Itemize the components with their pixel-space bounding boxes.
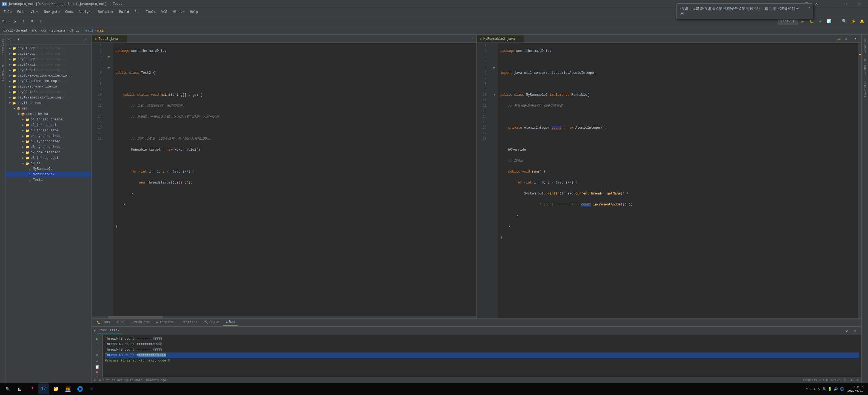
tab-myrunnable2-close[interactable]: ✕ xyxy=(517,37,520,41)
sidebar-item-d2[interactable]: ▶ 📁 d2_thread_api xyxy=(5,122,92,128)
tab-run[interactable]: ▶ Run xyxy=(223,319,238,326)
scroll-down-btn[interactable]: ▼ xyxy=(851,35,859,43)
run-play-btn[interactable]: ▶ xyxy=(93,337,101,341)
run-close-btn[interactable]: ✕ xyxy=(851,327,859,335)
tab-build[interactable]: 🔨 Build xyxy=(202,319,222,325)
toolbar-icon-3[interactable]: ↕ xyxy=(20,18,27,25)
sidebar-item-d5[interactable]: ▶ 📁 d5_synchronized_ xyxy=(5,139,92,144)
breadcrumb-day11[interactable]: day11-thread xyxy=(3,29,27,33)
sidebar-item-day11[interactable]: ▼ 📂 day11-thread xyxy=(5,101,92,106)
taskbar-explorer[interactable]: 📁 xyxy=(51,384,61,394)
breadcrumb-d9tz[interactable]: d9_tz xyxy=(69,29,79,33)
sidebar-item-myrunnable2[interactable]: C MyRunnable2 xyxy=(5,172,92,177)
structure-label-left[interactable]: Structure xyxy=(1,63,5,83)
editor-checkmark-btn[interactable]: ✓ xyxy=(469,35,476,43)
left-scrollbar[interactable] xyxy=(92,316,476,318)
output-line-selected[interactable]: Thread-48 count =========>10000 xyxy=(105,352,859,358)
sidebar-item-d7[interactable]: ▶ 📁 d7_comunication xyxy=(5,150,92,155)
sidebar-settings-btn[interactable]: ⚙ xyxy=(82,36,89,43)
taskbar-calc[interactable]: 🧮 xyxy=(62,384,73,394)
sidebar-item-day08[interactable]: ▶ 📁 day08-stream-file-io xyxy=(5,84,92,89)
breadcrumb-test2[interactable]: Test2 xyxy=(83,29,93,33)
menu-file[interactable]: File xyxy=(1,9,14,15)
menu-view[interactable]: View xyxy=(28,9,41,15)
left-code-area[interactable]: package com.itheima.d9_tz; public class … xyxy=(113,43,476,316)
run-up-btn[interactable]: ↑ xyxy=(93,342,101,347)
taskbar-windows[interactable]: ⊞ xyxy=(14,384,25,394)
sidebar-item-d3[interactable]: ▶ 📁 d3_thread_safe xyxy=(5,128,92,133)
sidebar-item-day07[interactable]: ▶ 📁 day07-collection-map D\... xyxy=(5,79,92,84)
coverage-btn[interactable]: ☂ xyxy=(816,18,824,25)
taskbar-chrome[interactable]: 🌐 xyxy=(74,384,86,394)
run-settings-btn[interactable]: ⚙ xyxy=(843,327,850,335)
tab-debug[interactable]: 🐛 TODO xyxy=(94,319,113,325)
taskbar-search[interactable]: 🔍 xyxy=(2,384,13,394)
menu-analyze[interactable]: Analyze xyxy=(76,9,95,15)
run-gutter-icon[interactable]: ▶ xyxy=(105,54,113,59)
left-editor-content[interactable]: 12345 678910 1112131415 161718 ▶ xyxy=(92,43,476,316)
ai-btn[interactable]: ✨ xyxy=(849,18,857,25)
run-wrap-btn[interactable]: ⇌ xyxy=(93,359,101,363)
sidebar-item-day09[interactable]: ▶ 📁 day09-io2 D:\code\huang... xyxy=(5,89,92,95)
sidebar-item-d1[interactable]: ▶ 📁 d1_thread_create xyxy=(5,117,92,122)
notification-close-btn[interactable]: ✕ xyxy=(809,5,811,10)
right-editor-content[interactable]: 12345 678910 1112131415 161718 ▶ xyxy=(477,43,861,318)
sidebar-item-com-itheima[interactable]: ▼ 📦 com.itheima xyxy=(5,111,92,117)
sidebar-item-test1[interactable]: C Test1 xyxy=(5,177,92,183)
tab-myrunnable2[interactable]: C MyRunnable2.java ✕ xyxy=(477,35,524,43)
run-list-btn[interactable]: ≡ xyxy=(93,353,101,358)
sidebar-item-day06[interactable]: ▶ 📁 day06-exception-collectio... xyxy=(5,73,92,79)
toolbar-settings[interactable]: ⚙ xyxy=(37,18,45,25)
run-down-btn[interactable]: ↓ xyxy=(93,348,101,352)
menu-navigate[interactable]: Navigate xyxy=(41,9,62,15)
tab-test2-close[interactable]: ✕ xyxy=(120,37,124,41)
menu-code[interactable]: Code xyxy=(62,9,76,15)
sidebar-item-day03[interactable]: ▶ 📁 day03-oop D:\code\huang... xyxy=(5,57,92,62)
run-format-btn[interactable]: 📋 xyxy=(93,365,101,369)
menu-build[interactable]: Build xyxy=(117,9,132,15)
menu-run[interactable]: Run xyxy=(132,9,143,15)
sidebar-item-d4[interactable]: ▶ 📁 d4_synchronized_ xyxy=(5,133,92,139)
breadcrumb-com[interactable]: com xyxy=(41,29,47,33)
run-tab-test2[interactable]: Run: Test2 xyxy=(97,328,122,334)
sidebar-item-d8[interactable]: ▶ 📁 d8_thread_pool xyxy=(5,155,92,161)
minimize-btn[interactable]: ─ xyxy=(825,0,837,8)
menu-window[interactable]: Window xyxy=(170,9,187,15)
tab-todo[interactable]: TODO xyxy=(114,319,127,325)
tab-profiler[interactable]: Profiler xyxy=(179,319,200,325)
sidebar-item-day04[interactable]: ▶ 📁 day04-api D:\code\huang... xyxy=(5,62,92,67)
tab-terminal[interactable]: ▶ Terminal xyxy=(153,319,178,325)
search-btn[interactable]: 🔍 xyxy=(841,18,848,25)
toolbar-icon-1[interactable]: P... xyxy=(2,18,10,25)
sidebar-item-day10[interactable]: ▶ 📁 day10-special-file-log D\... xyxy=(5,95,92,101)
sidebar-item-myrunnable[interactable]: C MyRunnable xyxy=(5,166,92,172)
close-btn[interactable]: ✕ xyxy=(853,0,866,8)
breadcrumb-src[interactable]: src xyxy=(31,29,37,33)
menu-refactor[interactable]: Refactor xyxy=(95,9,117,15)
menu-vcs[interactable]: VCS xyxy=(159,9,170,15)
tab-test2[interactable]: C Test2.java ✕ xyxy=(92,35,127,43)
scroll-up-btn[interactable]: ▲ xyxy=(842,35,850,43)
structure-label[interactable]: Structure xyxy=(862,57,868,77)
sidebar-item-day02[interactable]: ▶ 📁 day02-oop D:\code\huang... xyxy=(5,51,92,57)
settings-btn[interactable]: ⚙ xyxy=(813,0,820,8)
sidebar-item-day05[interactable]: ▶ 📁 day05-api D:\code\huang... xyxy=(5,67,92,73)
run-gutter-right-icon[interactable]: ▶ xyxy=(491,65,498,70)
profile-btn[interactable]: 📊 xyxy=(825,18,833,25)
breadcrumb-itheima[interactable]: itheima xyxy=(51,29,65,33)
breadcrumb-main[interactable]: main xyxy=(97,29,105,33)
maximize-btn[interactable]: □ xyxy=(839,0,851,8)
notification-btn[interactable]: 🔔 xyxy=(858,18,866,25)
favorites-right-label[interactable]: Favorites xyxy=(862,79,868,99)
sidebar-item-day01[interactable]: ▶ 📁 day01-oop D:\code\huang... xyxy=(5,46,92,51)
toolbar-icon-2[interactable]: ↻ xyxy=(11,18,19,25)
taskbar-powerpnt[interactable]: P xyxy=(26,384,37,394)
taskbar-intellij[interactable]: IJ xyxy=(38,384,49,394)
clock-time[interactable]: 10:36 xyxy=(854,386,864,389)
database-label[interactable]: Database xyxy=(862,37,868,56)
right-code-area[interactable]: package com.itheima.d9_tz; import java.u… xyxy=(498,43,858,318)
sidebar-item-src[interactable]: ▼ 📦 src xyxy=(5,106,92,111)
menu-help[interactable]: Help xyxy=(187,9,200,15)
favorites-label[interactable]: Favorites xyxy=(1,37,5,57)
menu-tools[interactable]: Tools xyxy=(143,9,159,15)
